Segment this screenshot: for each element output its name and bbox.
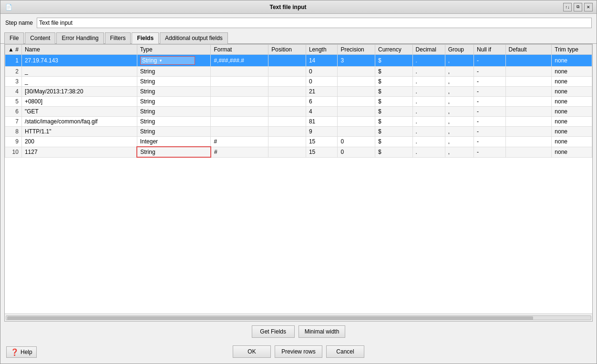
tabs-row: File Content Error Handling Filters Fiel…	[0, 32, 597, 44]
table-row[interactable]: 6"GETString4$.,-none	[5, 107, 592, 117]
tab-filters[interactable]: Filters	[105, 32, 131, 44]
preview-rows-button[interactable]: Preview rows	[275, 345, 322, 358]
cell-name[interactable]: [30/May/2013:17:38:20	[21, 87, 137, 97]
col-header-precision[interactable]: Precision	[338, 45, 375, 55]
col-header-num[interactable]: ▲ #	[5, 45, 22, 55]
col-header-name[interactable]: Name	[21, 45, 137, 55]
col-header-length[interactable]: Length	[306, 45, 337, 55]
cell-row-num: 3	[5, 77, 22, 87]
cell-group: ,	[445, 137, 473, 147]
type-dropdown[interactable]: String▼	[140, 56, 195, 65]
cell-default	[505, 117, 552, 127]
table-row[interactable]: 3_String0$.,-none	[5, 77, 592, 87]
col-header-trim-type[interactable]: Trim type	[552, 45, 592, 55]
cell-decimal: .	[412, 67, 445, 77]
horizontal-scrollbar[interactable]	[5, 313, 592, 321]
cell-length: 15	[306, 147, 337, 157]
cell-null-if: -	[474, 137, 505, 147]
window-controls: ↑↓ ⧉ ✕	[563, 3, 593, 11]
col-header-format[interactable]: Format	[211, 45, 268, 55]
cell-precision: 0	[338, 147, 375, 157]
cell-type[interactable]: String	[137, 97, 211, 107]
sort-indicator: ▲	[8, 46, 14, 53]
close-button[interactable]: ✕	[584, 3, 593, 11]
tab-content[interactable]: Content	[25, 32, 55, 44]
cell-currency: $	[375, 67, 412, 77]
cell-name[interactable]: /static/image/common/faq.gif	[21, 117, 137, 127]
cell-currency: $	[375, 107, 412, 117]
tab-file[interactable]: File	[4, 32, 24, 44]
cell-type[interactable]: String	[137, 87, 211, 97]
maximize-button[interactable]: ⧉	[574, 3, 582, 11]
cell-format	[211, 97, 268, 107]
cell-trim-type: none	[552, 87, 592, 97]
help-button[interactable]: ❓ Help	[6, 346, 37, 358]
table-row[interactable]: 7/static/image/common/faq.gifString81$.,…	[5, 117, 592, 127]
tab-additional-output-fields[interactable]: Additional output fields	[160, 32, 228, 44]
table-row[interactable]: 127.19.74.143String▼#,###,###.#143$.,-no…	[5, 55, 592, 67]
cell-precision	[338, 77, 375, 87]
get-fields-button[interactable]: Get Fields	[252, 325, 295, 338]
col-header-position[interactable]: Position	[268, 45, 306, 55]
table-row[interactable]: 101127String#150$.,-none	[5, 147, 592, 157]
cell-type[interactable]: String	[137, 147, 211, 157]
cell-name[interactable]: 1127	[21, 147, 137, 157]
minimize-button[interactable]: ↑↓	[563, 3, 572, 11]
cell-position	[268, 97, 306, 107]
cancel-button[interactable]: Cancel	[326, 345, 364, 358]
cell-name[interactable]: _	[21, 67, 137, 77]
step-name-label: Step name	[5, 20, 33, 26]
cell-currency: $	[375, 97, 412, 107]
table-row[interactable]: 4[30/May/2013:17:38:20String21$.,-none	[5, 87, 592, 97]
cell-currency: $	[375, 87, 412, 97]
cell-name[interactable]: HTTP/1.1"	[21, 127, 137, 137]
cell-decimal: .	[412, 137, 445, 147]
col-header-currency[interactable]: Currency	[375, 45, 412, 55]
cell-type[interactable]: String	[137, 67, 211, 77]
cell-type[interactable]: String	[137, 117, 211, 127]
cell-row-num: 5	[5, 97, 22, 107]
cell-type[interactable]: String	[137, 77, 211, 87]
cell-name[interactable]: +0800]	[21, 97, 137, 107]
col-header-group[interactable]: Group	[445, 45, 473, 55]
ok-button[interactable]: OK	[233, 345, 271, 358]
step-name-input[interactable]	[37, 18, 592, 28]
tab-error-handling[interactable]: Error Handling	[56, 32, 103, 44]
cell-row-num: 1	[5, 55, 22, 67]
cell-position	[268, 67, 306, 77]
table-row[interactable]: 9200Integer#150$.,-none	[5, 137, 592, 147]
cell-decimal: .	[412, 97, 445, 107]
cell-row-num: 8	[5, 127, 22, 137]
table-row[interactable]: 5+0800]String6$.,-none	[5, 97, 592, 107]
cell-name[interactable]: 200	[21, 137, 137, 147]
cell-row-num: 6	[5, 107, 22, 117]
cell-name[interactable]: _	[21, 77, 137, 87]
cell-trim-type: none	[552, 137, 592, 147]
cell-name[interactable]: 27.19.74.143	[21, 55, 137, 67]
cell-type[interactable]: String	[137, 107, 211, 117]
col-header-type[interactable]: Type	[137, 45, 211, 55]
cell-length: 9	[306, 127, 337, 137]
cell-type[interactable]: String▼	[137, 55, 211, 67]
scrollbar-thumb[interactable]	[7, 316, 533, 320]
cell-default	[505, 147, 552, 157]
cell-default	[505, 67, 552, 77]
cell-row-num: 2	[5, 67, 22, 77]
fields-table-container[interactable]: ▲ # Name Type Format Position Length Pre…	[5, 44, 592, 313]
cell-null-if: -	[474, 127, 505, 137]
cell-name[interactable]: "GET	[21, 107, 137, 117]
cell-group: ,	[445, 55, 473, 67]
cell-default	[505, 107, 552, 117]
col-header-null-if[interactable]: Null if	[474, 45, 505, 55]
tab-fields[interactable]: Fields	[132, 32, 159, 44]
scrollbar-track[interactable]	[6, 315, 591, 320]
cell-group: ,	[445, 127, 473, 137]
cell-type[interactable]: String	[137, 127, 211, 137]
table-row[interactable]: 8HTTP/1.1"String9$.,-none	[5, 127, 592, 137]
cell-type[interactable]: Integer	[137, 137, 211, 147]
title-bar: 📄 Text file input ↑↓ ⧉ ✕	[0, 0, 597, 14]
table-row[interactable]: 2_String0$.,-none	[5, 67, 592, 77]
minimal-width-button[interactable]: Minimal width	[298, 325, 346, 338]
col-header-decimal[interactable]: Decimal	[412, 45, 445, 55]
col-header-default[interactable]: Default	[505, 45, 552, 55]
